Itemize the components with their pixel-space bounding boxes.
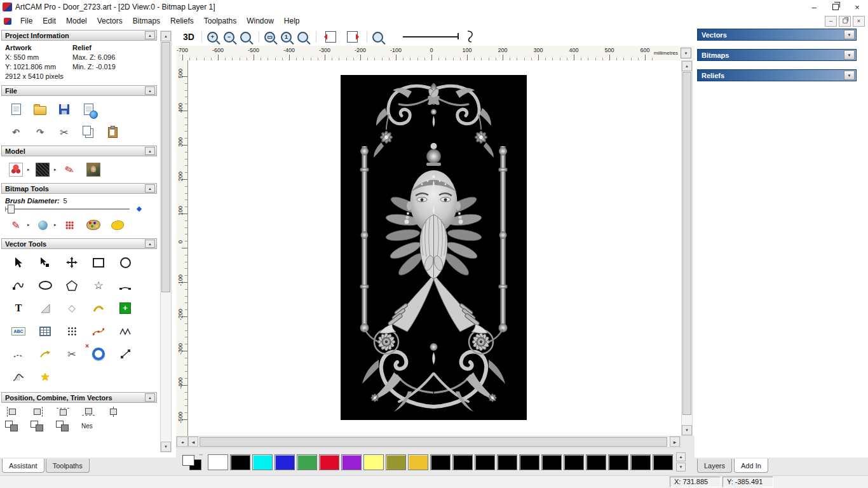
cross-section-button[interactable] [5,367,32,386]
create-star-button[interactable]: ☆ [85,276,112,295]
reliefs-dropdown-icon[interactable]: ▼ [844,71,855,80]
star-wizard-button[interactable]: ★ [32,367,58,386]
point-array-button[interactable] [58,322,85,341]
menu-file[interactable]: File [15,15,37,27]
paint-button[interactable]: ✎ [5,215,27,234]
colour-palette-button[interactable] [83,215,104,234]
palette-swatch[interactable] [452,454,473,470]
create-line-button[interactable] [112,344,139,363]
bitmap-layer-back-button[interactable] [325,31,336,43]
position-combine-trim-header[interactable]: Position, Combine, Trim Vectors ▲ [1,392,157,403]
align-left-button[interactable] [5,407,19,417]
cut-button[interactable]: ✂ [53,123,75,142]
menu-vectors[interactable]: Vectors [92,15,128,27]
eraser-button[interactable] [32,215,53,234]
new-model-button[interactable] [5,100,27,119]
menu-toolpaths[interactable]: Toolpaths [199,15,241,27]
drawing-canvas[interactable]: 500 400 300 200 100 0 -100 -200 -300 -40… [176,60,695,436]
vectors-section-header[interactable]: Vectors ▼ [697,29,857,41]
flood-fill-button[interactable] [107,215,128,234]
arc-segment-button[interactable] [5,344,32,363]
assistant-scrollbar[interactable]: ▲ ▼ [160,30,172,452]
flyout-icon[interactable]: ▸ [27,222,31,227]
palette-swatch[interactable] [363,454,384,470]
project-information-header[interactable]: Project Information ▲ [1,30,157,41]
save-model-button[interactable] [53,100,75,119]
tab-add-in[interactable]: Add In [734,459,768,473]
palette-swatch[interactable] [319,454,339,470]
vector-tools-header[interactable]: Vector Tools ▲ [1,238,157,249]
restore-button[interactable] [825,0,846,14]
face-wizard-button[interactable] [83,160,104,179]
minimize-button[interactable]: – [803,0,825,14]
align-bottom-button[interactable] [81,407,95,417]
palette-scroll-down-icon[interactable]: ▼ [676,463,686,471]
brush-diameter-slider[interactable] [5,208,130,210]
tab-toolpaths[interactable]: Toolpaths [46,459,90,473]
zoom-in-button[interactable]: + [207,32,218,43]
swap-colours-icon[interactable]: ↔ [199,452,203,456]
slider-thumb[interactable] [8,205,15,214]
select-vectors-button[interactable] [5,253,32,272]
reliefs-section-header[interactable]: Reliefs ▼ [697,69,857,81]
paste-button[interactable] [102,123,123,142]
palette-swatch[interactable] [386,454,406,470]
bitmaps-section-header[interactable]: Bitmaps ▼ [697,49,857,61]
collapse-button[interactable]: ▲ [145,184,155,193]
scroll-up-icon[interactable]: ▲ [161,31,171,41]
menu-edit[interactable]: Edit [37,15,61,27]
colour-spray-button[interactable] [58,215,80,234]
flyout-icon[interactable]: ▸ [27,167,31,172]
palette-scroll-up-icon[interactable]: ▲ [676,452,686,461]
3d-view-button[interactable]: 3D [181,31,196,43]
zigzag-button[interactable] [112,322,139,341]
create-ellipse-button[interactable] [32,276,58,295]
nesting-label[interactable]: Nes [81,423,93,430]
open-model-button[interactable] [29,100,51,119]
zoom-one-to-one-button[interactable]: 1 [281,32,292,43]
palette-swatch[interactable] [519,454,539,470]
palette-swatch[interactable] [341,454,362,470]
create-freeform-button[interactable] [5,276,32,295]
palette-swatch[interactable] [230,454,250,470]
zoom-selection-button[interactable] [372,32,383,43]
palette-swatch[interactable] [541,454,562,470]
create-polygon-button[interactable] [58,276,85,295]
measure-button[interactable] [32,299,58,318]
collapse-button[interactable]: ▲ [145,393,155,402]
palette-swatch[interactable] [586,454,606,470]
load-relief-button[interactable] [5,160,27,179]
line-width-preview[interactable] [403,36,458,37]
undo-button[interactable]: ↶ [5,123,27,142]
palette-swatch[interactable] [208,454,228,470]
transform-vectors-button[interactable] [58,253,85,272]
collapse-button[interactable]: ▲ [145,31,155,39]
wrap-vectors-button[interactable] [85,299,112,318]
create-diamond-button[interactable]: ◇ [58,299,85,318]
scrollbar-thumb[interactable] [682,72,691,415]
zoom-previous-button[interactable] [240,32,251,43]
menu-bitmaps[interactable]: Bitmaps [128,15,165,27]
tab-assistant[interactable]: Assistant [2,459,44,473]
scrollbar-thumb[interactable] [161,42,170,292]
palette-swatch[interactable] [408,454,428,470]
palette-swatch[interactable] [653,454,673,470]
pan-split-button[interactable]: ◂▸ [177,437,188,447]
palette-swatch[interactable] [430,454,451,470]
palette-swatch[interactable] [275,454,295,470]
scrollbar-thumb[interactable] [200,437,667,447]
mdi-restore-button[interactable] [839,16,851,27]
create-text-button[interactable]: T [5,299,32,318]
ruler-unit-dropdown[interactable]: ▼ [681,48,691,58]
palette-swatch[interactable] [297,454,317,470]
combine-keep-button[interactable] [56,421,70,431]
vector-grid-button[interactable] [32,322,58,341]
redo-button[interactable]: ↷ [29,123,51,142]
create-rectangle-button[interactable] [85,253,112,272]
bitmaps-dropdown-icon[interactable]: ▼ [844,50,855,60]
palette-swatch[interactable] [252,454,273,470]
flyout-icon[interactable]: ▸ [54,167,58,172]
create-arc-button[interactable] [112,276,139,295]
relief-texture-button[interactable] [32,160,53,179]
close-button[interactable]: × [846,0,868,14]
